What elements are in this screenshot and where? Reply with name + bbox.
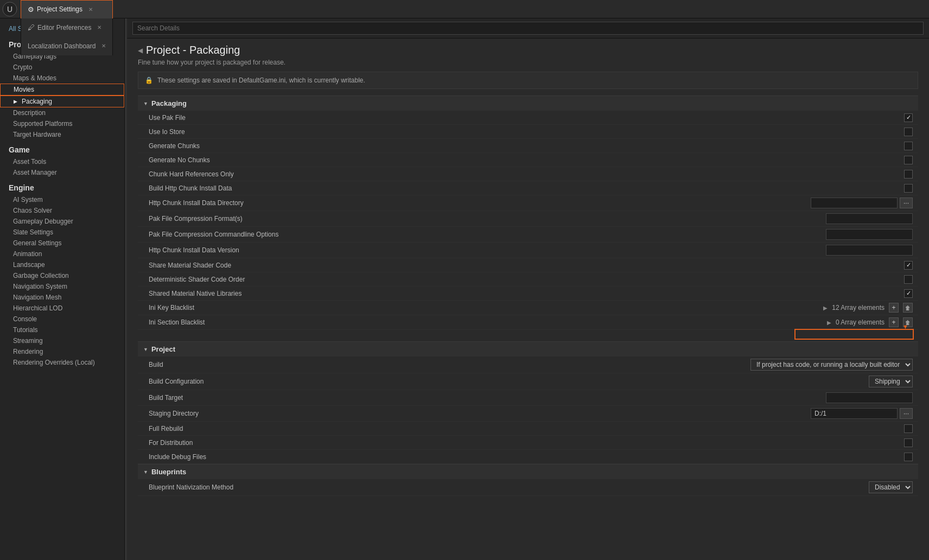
dropdown-panel-arrow: ▼ <box>902 323 908 330</box>
sidebar-item-navigation-mesh[interactable]: Navigation Mesh <box>0 292 124 303</box>
sidebar-item-landscape[interactable]: Landscape <box>0 259 124 270</box>
sidebar-item-asset-manager[interactable]: Asset Manager <box>0 167 124 178</box>
sidebar-item-description[interactable]: Description <box>0 107 124 118</box>
sidebar: All Settings ProjectGameplayTagsCryptoMa… <box>0 18 125 560</box>
row-label-staging-directory: Staging Directory <box>149 410 811 417</box>
array-row-ini-key-blacklist: ▶12 Array elements+🗑 <box>823 303 913 313</box>
settings-row-generate-no-chunks: Generate No Chunks <box>138 153 918 167</box>
checkbox-generate-chunks[interactable] <box>904 142 913 150</box>
checkbox-use-pak-file[interactable] <box>904 113 913 122</box>
search-input[interactable] <box>132 22 924 35</box>
tab-close-localization-dashboard[interactable]: ✕ <box>101 43 106 49</box>
sidebar-item-supported-platforms[interactable]: Supported Platforms <box>0 118 124 129</box>
input-http-chunk-version[interactable] <box>826 245 913 256</box>
checkbox-deterministic-shader[interactable] <box>904 275 913 284</box>
sidebar-item-animation[interactable]: Animation <box>0 249 124 259</box>
project-section: Project BuildIf project has code, or run… <box>138 341 918 464</box>
tab-label-editor-preferences: Editor Preferences <box>37 24 91 31</box>
lock-icon: 🔒 <box>145 77 153 84</box>
sidebar-item-chaos-solver[interactable]: Chaos Solver <box>0 205 124 216</box>
row-label-use-io-store: Use Io Store <box>149 128 904 136</box>
sidebar-item-rendering-overrides[interactable]: Rendering Overrides (Local) <box>0 357 124 368</box>
array-expand-ini-section-blacklist[interactable]: ▶ <box>827 320 831 326</box>
row-label-build-http-chunk: Build Http Chunk Install Data <box>149 184 904 192</box>
settings-row-build-target: Build Target <box>138 390 918 406</box>
sidebar-item-console[interactable]: Console <box>0 314 124 324</box>
content-area: Project - Packaging Fine tune how your p… <box>127 18 929 560</box>
row-label-http-chunk-directory: Http Chunk Install Data Directory <box>149 199 811 207</box>
browse-btn-staging-directory[interactable]: ··· <box>900 408 913 419</box>
checkbox-chunk-hard-references[interactable] <box>904 170 913 179</box>
array-row-ini-section-blacklist: ▶0 Array elements+🗑 <box>827 317 913 327</box>
input-build-target[interactable] <box>826 392 913 403</box>
row-label-build-configuration: Build Configuration <box>149 378 869 385</box>
row-label-pak-compression-formats: Pak File Compression Format(s) <box>149 215 826 222</box>
sidebar-item-movies[interactable]: Movies <box>0 84 124 96</box>
settings-row-deterministic-shader: Deterministic Shader Code Order <box>138 272 918 287</box>
sidebar-item-ai-system[interactable]: AI System <box>0 194 124 205</box>
main-layout: All Settings ProjectGameplayTagsCryptoMa… <box>0 18 929 560</box>
row-control-full-rebuild <box>904 424 913 433</box>
row-control-for-distribution <box>904 438 913 447</box>
tab-editor-preferences[interactable]: 🖊 Editor Preferences ✕ <box>21 18 113 37</box>
tab-icon-project-settings: ⚙ <box>28 5 34 14</box>
row-control-build-configuration: Shipping <box>869 376 913 387</box>
checkbox-shared-material-native[interactable] <box>904 289 913 298</box>
sidebar-item-streaming[interactable]: Streaming <box>0 335 124 346</box>
project-section-header[interactable]: Project <box>138 341 918 357</box>
row-label-ini-key-blacklist: Ini Key Blacklist <box>149 304 823 311</box>
row-control-use-io-store <box>904 128 913 136</box>
sidebar-item-navigation-system[interactable]: Navigation System <box>0 281 124 292</box>
settings-row-use-io-store: Use Io Store <box>138 125 918 139</box>
tab-close-editor-preferences[interactable]: ✕ <box>97 24 101 30</box>
array-add-ini-key-blacklist[interactable]: + <box>889 303 899 313</box>
settings-row-build: BuildIf project has code, or running a l… <box>138 357 918 373</box>
row-label-shared-material-native: Shared Material Native Libraries <box>149 290 904 297</box>
row-label-blueprint-nativization: Blueprint Nativization Method <box>149 483 869 491</box>
sidebar-item-general-settings[interactable]: General Settings <box>0 238 124 249</box>
ue-logo[interactable]: U <box>2 2 17 17</box>
tab-close-project-settings[interactable]: ✕ <box>88 7 93 12</box>
tabs-container: Test 💬 Message Log ✕ ⚙ Project Settings … <box>21 0 113 55</box>
settings-row-generate-chunks: Generate Chunks <box>138 139 918 153</box>
settings-row-ini-key-blacklist: Ini Key Blacklist▶12 Array elements+🗑 <box>138 301 918 315</box>
input-staging-directory[interactable] <box>811 408 898 419</box>
sidebar-item-gameplay-debugger[interactable]: Gameplay Debugger <box>0 216 124 227</box>
sidebar-item-maps-modes[interactable]: Maps & Modes <box>0 73 124 84</box>
array-expand-ini-key-blacklist[interactable]: ▶ <box>823 305 828 311</box>
select-blueprint-nativization[interactable]: Disabled <box>869 481 913 493</box>
checkbox-build-http-chunk[interactable] <box>904 184 913 193</box>
array-delete-ini-key-blacklist[interactable]: 🗑 <box>903 303 913 313</box>
select-build-configuration[interactable]: Shipping <box>869 376 913 387</box>
input-pak-compression-formats[interactable] <box>826 213 913 224</box>
row-label-pak-compression-cmdline: Pak File Compression Commandline Options <box>149 231 826 238</box>
blueprints-rows: Blueprint Nativization MethodDisabled <box>138 479 918 496</box>
blueprints-section: Blueprints Blueprint Nativization Method… <box>138 464 918 496</box>
sidebar-item-rendering[interactable]: Rendering <box>0 346 124 357</box>
sidebar-item-asset-tools[interactable]: Asset Tools <box>0 156 124 167</box>
input-pak-compression-cmdline[interactable] <box>826 229 913 240</box>
sidebar-item-hierarchical-lod[interactable]: Hierarchical LOD <box>0 303 124 314</box>
checkbox-share-material-shader[interactable] <box>904 261 913 270</box>
array-add-ini-section-blacklist[interactable]: + <box>889 317 899 327</box>
sidebar-item-garbage-collection[interactable]: Garbage Collection <box>0 270 124 281</box>
input-http-chunk-directory[interactable] <box>811 198 898 208</box>
packaging-section-header[interactable]: Packaging <box>138 96 918 111</box>
sidebar-item-target-hardware[interactable]: Target Hardware <box>0 129 124 140</box>
checkbox-for-distribution[interactable] <box>904 438 913 447</box>
sidebar-section-engine: Engine <box>0 178 124 194</box>
checkbox-full-rebuild[interactable] <box>904 424 913 433</box>
tab-localization-dashboard[interactable]: Localization Dashboard ✕ <box>21 37 113 55</box>
select-build[interactable]: If project has code, or running a locall… <box>750 359 913 371</box>
row-label-generate-no-chunks: Generate No Chunks <box>149 156 904 164</box>
browse-btn-http-chunk-directory[interactable]: ··· <box>900 198 913 208</box>
checkbox-generate-no-chunks[interactable] <box>904 156 913 164</box>
sidebar-item-packaging[interactable]: Packaging <box>0 96 124 107</box>
tab-project-settings[interactable]: ⚙ Project Settings ✕ <box>21 0 113 18</box>
blueprints-section-header[interactable]: Blueprints <box>138 464 918 479</box>
sidebar-item-tutorials[interactable]: Tutorials <box>0 324 124 335</box>
checkbox-include-debug-files[interactable] <box>904 453 913 461</box>
sidebar-item-slate-settings[interactable]: Slate Settings <box>0 227 124 238</box>
checkbox-use-io-store[interactable] <box>904 128 913 136</box>
sidebar-item-crypto[interactable]: Crypto <box>0 62 124 73</box>
